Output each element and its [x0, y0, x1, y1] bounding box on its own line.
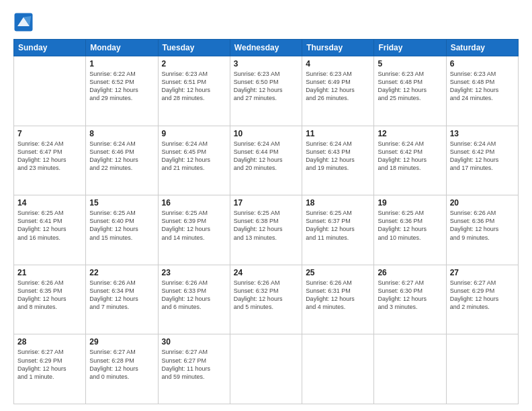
calendar-cell: 7Sunrise: 6:24 AM Sunset: 6:47 PM Daylig…	[14, 126, 86, 195]
day-info: Sunrise: 6:24 AM Sunset: 6:44 PM Dayligh…	[234, 140, 298, 173]
day-number: 30	[162, 337, 226, 347]
day-number: 24	[234, 268, 298, 277]
calendar-day-header: Saturday	[446, 40, 518, 56]
day-number: 17	[234, 198, 298, 208]
calendar-week-row: 28Sunrise: 6:27 AM Sunset: 6:29 PM Dayli…	[14, 334, 519, 404]
calendar-day-header: Monday	[86, 40, 158, 56]
day-info: Sunrise: 6:24 AM Sunset: 6:43 PM Dayligh…	[306, 140, 370, 173]
calendar-table: SundayMondayTuesdayWednesdayThursdayFrid…	[13, 39, 519, 404]
calendar-cell: 16Sunrise: 6:25 AM Sunset: 6:39 PM Dayli…	[158, 195, 230, 265]
day-number: 26	[378, 268, 442, 277]
day-info: Sunrise: 6:25 AM Sunset: 6:37 PM Dayligh…	[306, 209, 370, 242]
day-number: 11	[306, 129, 370, 138]
calendar-cell	[374, 334, 446, 404]
calendar-cell	[302, 334, 374, 404]
day-info: Sunrise: 6:27 AM Sunset: 6:29 PM Dayligh…	[17, 348, 82, 381]
calendar-cell: 25Sunrise: 6:26 AM Sunset: 6:31 PM Dayli…	[302, 265, 374, 334]
calendar-cell: 29Sunrise: 6:27 AM Sunset: 6:28 PM Dayli…	[86, 334, 158, 404]
day-number: 21	[17, 268, 82, 277]
calendar-cell: 18Sunrise: 6:25 AM Sunset: 6:37 PM Dayli…	[302, 195, 374, 265]
day-number: 13	[450, 129, 515, 138]
calendar-cell	[230, 334, 302, 404]
calendar-cell: 19Sunrise: 6:25 AM Sunset: 6:36 PM Dayli…	[374, 195, 446, 265]
calendar-day-header: Thursday	[302, 40, 374, 56]
calendar-week-row: 21Sunrise: 6:26 AM Sunset: 6:35 PM Dayli…	[14, 265, 519, 334]
calendar-cell	[446, 334, 518, 404]
day-number: 12	[378, 129, 442, 138]
calendar-day-header: Wednesday	[230, 40, 302, 56]
calendar-cell: 27Sunrise: 6:27 AM Sunset: 6:29 PM Dayli…	[446, 265, 518, 334]
day-info: Sunrise: 6:25 AM Sunset: 6:39 PM Dayligh…	[162, 209, 226, 242]
day-number: 9	[162, 129, 226, 138]
day-info: Sunrise: 6:24 AM Sunset: 6:46 PM Dayligh…	[89, 140, 154, 173]
day-number: 10	[234, 129, 298, 138]
day-number: 16	[162, 198, 226, 208]
calendar-day-header: Tuesday	[158, 40, 230, 56]
calendar-cell	[14, 56, 86, 126]
day-number: 27	[450, 268, 515, 277]
calendar-cell: 13Sunrise: 6:24 AM Sunset: 6:42 PM Dayli…	[446, 126, 518, 195]
day-info: Sunrise: 6:27 AM Sunset: 6:29 PM Dayligh…	[450, 279, 515, 312]
day-info: Sunrise: 6:25 AM Sunset: 6:40 PM Dayligh…	[89, 209, 154, 242]
day-info: Sunrise: 6:26 AM Sunset: 6:34 PM Dayligh…	[89, 279, 154, 312]
day-info: Sunrise: 6:27 AM Sunset: 6:30 PM Dayligh…	[378, 279, 442, 312]
calendar-week-row: 14Sunrise: 6:25 AM Sunset: 6:41 PM Dayli…	[14, 195, 519, 265]
day-number: 23	[162, 268, 226, 277]
day-number: 20	[450, 198, 515, 208]
calendar-cell: 12Sunrise: 6:24 AM Sunset: 6:42 PM Dayli…	[374, 126, 446, 195]
calendar-cell: 15Sunrise: 6:25 AM Sunset: 6:40 PM Dayli…	[86, 195, 158, 265]
day-number: 14	[17, 198, 82, 208]
day-info: Sunrise: 6:23 AM Sunset: 6:51 PM Dayligh…	[162, 70, 226, 103]
calendar-cell: 26Sunrise: 6:27 AM Sunset: 6:30 PM Dayli…	[374, 265, 446, 334]
calendar-day-header: Sunday	[14, 40, 86, 56]
calendar-cell: 8Sunrise: 6:24 AM Sunset: 6:46 PM Daylig…	[86, 126, 158, 195]
day-info: Sunrise: 6:26 AM Sunset: 6:31 PM Dayligh…	[306, 279, 370, 312]
calendar-cell: 5Sunrise: 6:23 AM Sunset: 6:48 PM Daylig…	[374, 56, 446, 126]
day-info: Sunrise: 6:26 AM Sunset: 6:35 PM Dayligh…	[17, 279, 82, 312]
day-info: Sunrise: 6:23 AM Sunset: 6:49 PM Dayligh…	[306, 70, 370, 103]
day-info: Sunrise: 6:24 AM Sunset: 6:47 PM Dayligh…	[17, 140, 82, 173]
day-number: 22	[89, 268, 154, 277]
day-info: Sunrise: 6:23 AM Sunset: 6:50 PM Dayligh…	[234, 70, 298, 103]
day-info: Sunrise: 6:25 AM Sunset: 6:38 PM Dayligh…	[234, 209, 298, 242]
day-number: 6	[450, 59, 515, 68]
calendar-cell: 22Sunrise: 6:26 AM Sunset: 6:34 PM Dayli…	[86, 265, 158, 334]
day-number: 5	[378, 59, 442, 68]
logo	[13, 12, 36, 32]
calendar-cell: 20Sunrise: 6:26 AM Sunset: 6:36 PM Dayli…	[446, 195, 518, 265]
day-info: Sunrise: 6:25 AM Sunset: 6:41 PM Dayligh…	[17, 209, 82, 242]
day-number: 3	[234, 59, 298, 68]
calendar-cell: 21Sunrise: 6:26 AM Sunset: 6:35 PM Dayli…	[14, 265, 86, 334]
calendar-cell: 4Sunrise: 6:23 AM Sunset: 6:49 PM Daylig…	[302, 56, 374, 126]
page-header	[13, 12, 519, 32]
day-info: Sunrise: 6:27 AM Sunset: 6:28 PM Dayligh…	[89, 348, 154, 381]
calendar-day-header: Friday	[374, 40, 446, 56]
calendar-cell: 3Sunrise: 6:23 AM Sunset: 6:50 PM Daylig…	[230, 56, 302, 126]
day-info: Sunrise: 6:24 AM Sunset: 6:42 PM Dayligh…	[378, 140, 442, 173]
calendar-cell: 17Sunrise: 6:25 AM Sunset: 6:38 PM Dayli…	[230, 195, 302, 265]
day-info: Sunrise: 6:24 AM Sunset: 6:42 PM Dayligh…	[450, 140, 515, 173]
day-info: Sunrise: 6:23 AM Sunset: 6:48 PM Dayligh…	[378, 70, 442, 103]
day-number: 28	[17, 337, 82, 347]
calendar-cell: 2Sunrise: 6:23 AM Sunset: 6:51 PM Daylig…	[158, 56, 230, 126]
calendar-cell: 30Sunrise: 6:27 AM Sunset: 6:27 PM Dayli…	[158, 334, 230, 404]
day-info: Sunrise: 6:26 AM Sunset: 6:33 PM Dayligh…	[162, 279, 226, 312]
day-info: Sunrise: 6:22 AM Sunset: 6:52 PM Dayligh…	[89, 70, 154, 103]
calendar-cell: 6Sunrise: 6:23 AM Sunset: 6:48 PM Daylig…	[446, 56, 518, 126]
day-number: 1	[89, 59, 154, 68]
day-number: 18	[306, 198, 370, 208]
day-number: 25	[306, 268, 370, 277]
day-info: Sunrise: 6:24 AM Sunset: 6:45 PM Dayligh…	[162, 140, 226, 173]
day-info: Sunrise: 6:26 AM Sunset: 6:36 PM Dayligh…	[450, 209, 515, 242]
calendar-header-row: SundayMondayTuesdayWednesdayThursdayFrid…	[14, 40, 519, 56]
calendar-cell: 24Sunrise: 6:26 AM Sunset: 6:32 PM Dayli…	[230, 265, 302, 334]
calendar-cell: 11Sunrise: 6:24 AM Sunset: 6:43 PM Dayli…	[302, 126, 374, 195]
calendar-week-row: 1Sunrise: 6:22 AM Sunset: 6:52 PM Daylig…	[14, 56, 519, 126]
day-info: Sunrise: 6:27 AM Sunset: 6:27 PM Dayligh…	[162, 348, 226, 381]
day-number: 29	[89, 337, 154, 347]
calendar-cell: 10Sunrise: 6:24 AM Sunset: 6:44 PM Dayli…	[230, 126, 302, 195]
day-number: 15	[89, 198, 154, 208]
calendar-cell: 14Sunrise: 6:25 AM Sunset: 6:41 PM Dayli…	[14, 195, 86, 265]
calendar-cell: 23Sunrise: 6:26 AM Sunset: 6:33 PM Dayli…	[158, 265, 230, 334]
calendar-cell: 1Sunrise: 6:22 AM Sunset: 6:52 PM Daylig…	[86, 56, 158, 126]
